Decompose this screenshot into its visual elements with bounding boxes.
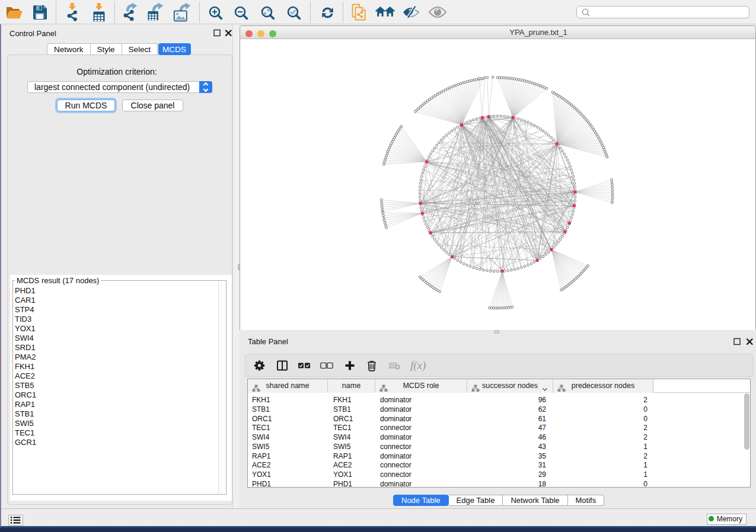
svg-text:f(x): f(x) [410, 359, 426, 372]
